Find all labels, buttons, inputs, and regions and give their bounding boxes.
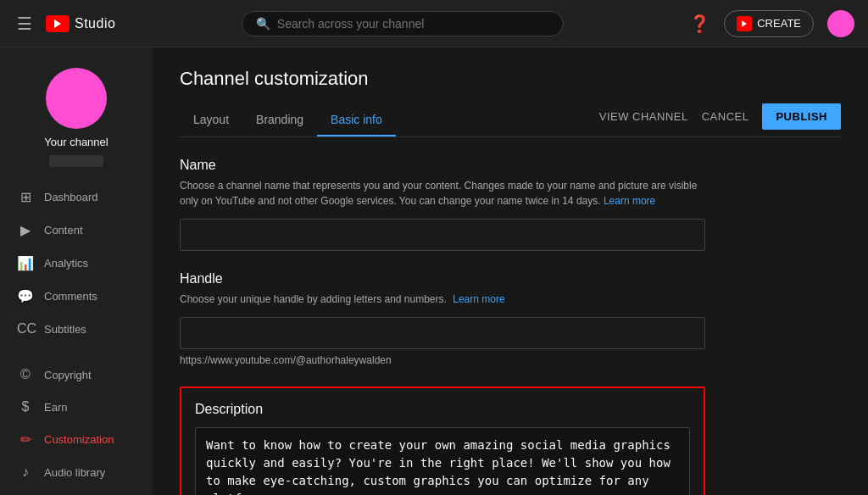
sidebar-item-copyright[interactable]: © Copyright: [0, 359, 153, 391]
sidebar-item-comments[interactable]: 💬 Comments: [0, 280, 153, 313]
handle-input[interactable]: [180, 317, 705, 349]
sidebar-item-label: Comments: [44, 290, 97, 303]
tab-actions: VIEW CHANNEL CANCEL PUBLISH: [599, 103, 841, 136]
channel-name-bar: [49, 155, 103, 167]
name-learn-more-link[interactable]: Learn more: [604, 195, 655, 207]
sidebar-item-label: Subtitles: [44, 323, 86, 336]
audio-library-icon: ♪: [17, 464, 34, 480]
create-button[interactable]: CREATE: [724, 10, 814, 37]
tab-branding[interactable]: Branding: [242, 104, 317, 136]
handle-section-title: Handle: [180, 271, 841, 286]
studio-label: Studio: [75, 16, 115, 31]
name-section-title: Name: [180, 158, 841, 173]
sidebar-item-content[interactable]: ▶ Content: [0, 214, 153, 247]
header-right: ❓ CREATE: [689, 10, 854, 37]
earn-icon: $: [17, 399, 34, 414]
search-bar[interactable]: 🔍: [242, 11, 564, 36]
name-section-desc: Choose a channel name that represents yo…: [180, 178, 705, 209]
sidebar-item-dashboard[interactable]: ⊞ Dashboard: [0, 181, 153, 214]
customization-icon: ✏: [17, 431, 34, 448]
tab-bar: Layout Branding Basic info VIEW CHANNEL …: [180, 103, 841, 137]
analytics-icon: 📊: [17, 255, 34, 271]
channel-profile: Your channel: [0, 61, 153, 181]
copyright-icon: ©: [17, 367, 34, 382]
publish-button[interactable]: PUBLISH: [762, 103, 841, 130]
youtube-icon: [46, 15, 70, 32]
view-channel-button[interactable]: VIEW CHANNEL: [599, 110, 688, 123]
channel-name: Your channel: [44, 136, 108, 148]
sidebar-item-label: Earn: [44, 401, 67, 414]
tab-layout[interactable]: Layout: [180, 104, 242, 136]
sidebar-item-label: Customization: [44, 433, 114, 446]
sidebar-item-analytics[interactable]: 📊 Analytics: [0, 247, 153, 280]
sidebar-item-earn[interactable]: $ Earn: [0, 391, 153, 423]
search-icon: 🔍: [256, 17, 270, 31]
sidebar-item-label: Dashboard: [44, 191, 98, 203]
sidebar-item-label: Content: [44, 224, 83, 236]
description-textarea[interactable]: Want to know how to create your own amaz…: [195, 427, 690, 495]
main-content: Channel customization Layout Branding Ba…: [153, 47, 868, 495]
description-title: Description: [195, 402, 690, 417]
page-title: Channel customization: [180, 68, 841, 90]
sidebar-item-label: Audio library: [44, 466, 105, 479]
body-wrap: Your channel ⊞ Dashboard ▶ Content 📊 Ana…: [0, 47, 868, 495]
sidebar-item-label: Copyright: [44, 369, 92, 381]
header-left: ☰ Studio: [14, 10, 115, 37]
sidebar-item-subtitles[interactable]: CC Subtitles: [0, 313, 153, 345]
handle-section-desc: Choose your unique handle by adding lett…: [180, 292, 705, 307]
search-input[interactable]: [277, 17, 549, 31]
name-input[interactable]: [180, 219, 705, 251]
cancel-button[interactable]: CANCEL: [702, 110, 749, 123]
sidebar-item-customization[interactable]: ✏ Customization: [0, 423, 153, 456]
content-icon: ▶: [17, 222, 34, 238]
tabs: Layout Branding Basic info: [180, 104, 396, 136]
channel-avatar[interactable]: [46, 68, 107, 129]
comments-icon: 💬: [17, 288, 34, 304]
avatar[interactable]: [827, 10, 854, 37]
sidebar-item-audio-library[interactable]: ♪ Audio library: [0, 456, 153, 488]
handle-url: https://www.youtube.com/@authorhaleywald…: [180, 354, 841, 366]
description-section: Description Want to know how to create y…: [180, 387, 705, 495]
name-section: Name Choose a channel name that represen…: [180, 158, 841, 251]
handle-section: Handle Choose your unique handle by addi…: [180, 271, 841, 366]
handle-learn-more-link[interactable]: Learn more: [453, 293, 504, 305]
sidebar-item-label: Analytics: [44, 257, 88, 270]
top-header: ☰ Studio 🔍 ❓ CREATE: [0, 0, 868, 47]
create-video-icon: [737, 16, 752, 31]
sidebar: Your channel ⊞ Dashboard ▶ Content 📊 Ana…: [0, 47, 153, 495]
tab-basic-info[interactable]: Basic info: [317, 104, 396, 136]
help-icon[interactable]: ❓: [689, 14, 710, 34]
header-center: 🔍: [115, 11, 689, 36]
dashboard-icon: ⊞: [17, 189, 34, 205]
subtitles-icon: CC: [17, 321, 34, 336]
hamburger-icon[interactable]: ☰: [14, 10, 36, 37]
yt-logo[interactable]: Studio: [46, 15, 115, 32]
